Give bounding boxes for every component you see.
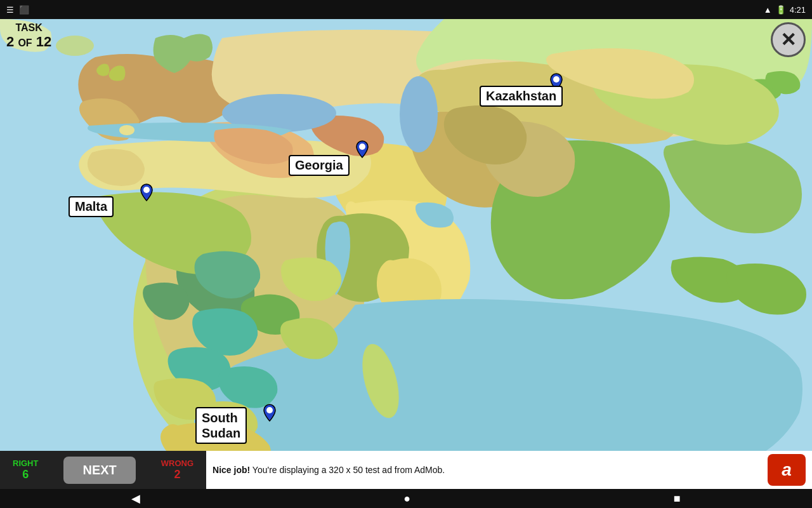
georgia-label: Georgia (289, 155, 350, 176)
status-left: ☰ ⬛ (6, 5, 29, 15)
kazakhstan-label: Kazakhstan (480, 86, 563, 107)
world-map (0, 19, 812, 470)
kazakhstan-label-group: ✕ Kazakhstan (480, 86, 499, 105)
time-display: 4:21 (790, 5, 806, 15)
svg-point-7 (359, 144, 365, 150)
task-counter: TASK 2 OF 12 (6, 22, 51, 50)
malta-label: Malta (69, 196, 114, 217)
georgia-label-group: ✕ Georgia (289, 156, 308, 175)
notification-icon: ⬛ (19, 5, 29, 15)
nav-bar: ◀ ● ■ (0, 489, 812, 508)
malta-label-group: ✓ Malta (69, 197, 88, 216)
task-label: TASK (6, 22, 51, 34)
score-right: RIGHT 6 (0, 458, 51, 481)
svg-point-8 (143, 187, 150, 193)
back-button[interactable]: ◀ (131, 491, 140, 505)
south-sudan-label: SouthSudan (195, 407, 247, 444)
svg-point-6 (56, 36, 94, 56)
ad-logo: a (768, 454, 806, 486)
svg-point-5 (119, 125, 134, 135)
battery-icon: 🔋 (776, 5, 786, 15)
score-right-label: RIGHT (13, 458, 38, 468)
map-container: ✕ Georgia ✓ Malta ✕ Kazakhstan ✓ SouthSu… (0, 19, 812, 470)
svg-point-10 (266, 407, 273, 413)
score-wrong-label: WRONG (161, 458, 193, 468)
score-wrong-value: 2 (161, 468, 193, 481)
ad-text: Nice job! You're displaying a 320 x 50 t… (213, 465, 761, 475)
status-right: ▲ 🔋 4:21 (764, 5, 806, 15)
app-icon: ☰ (6, 5, 14, 15)
bottom-bar: RIGHT 6 NEXT WRONG 2 Nice job! You're di… (0, 451, 812, 489)
svg-point-9 (553, 76, 560, 83)
score-right-value: 6 (13, 468, 38, 481)
malta-pin (140, 183, 154, 204)
home-button[interactable]: ● (403, 492, 410, 505)
score-wrong: WRONG 2 (148, 458, 206, 481)
south-sudan-label-group: ✓ SouthSudan (195, 416, 214, 435)
close-button[interactable]: ✕ (771, 22, 806, 57)
georgia-pin (355, 140, 369, 161)
task-current: 2 (6, 34, 14, 50)
status-bar: ☰ ⬛ ▲ 🔋 4:21 (0, 0, 812, 19)
svg-point-3 (400, 76, 438, 152)
task-numbers: 2 OF 12 (6, 34, 51, 50)
wifi-icon: ▲ (764, 5, 772, 15)
task-of-label: OF (18, 37, 32, 48)
task-total: 12 (36, 34, 51, 50)
next-button[interactable]: NEXT (63, 457, 135, 484)
ad-banner: Nice job! You're displaying a 320 x 50 t… (206, 451, 812, 489)
recents-button[interactable]: ■ (674, 492, 681, 505)
south-sudan-pin (263, 403, 277, 425)
